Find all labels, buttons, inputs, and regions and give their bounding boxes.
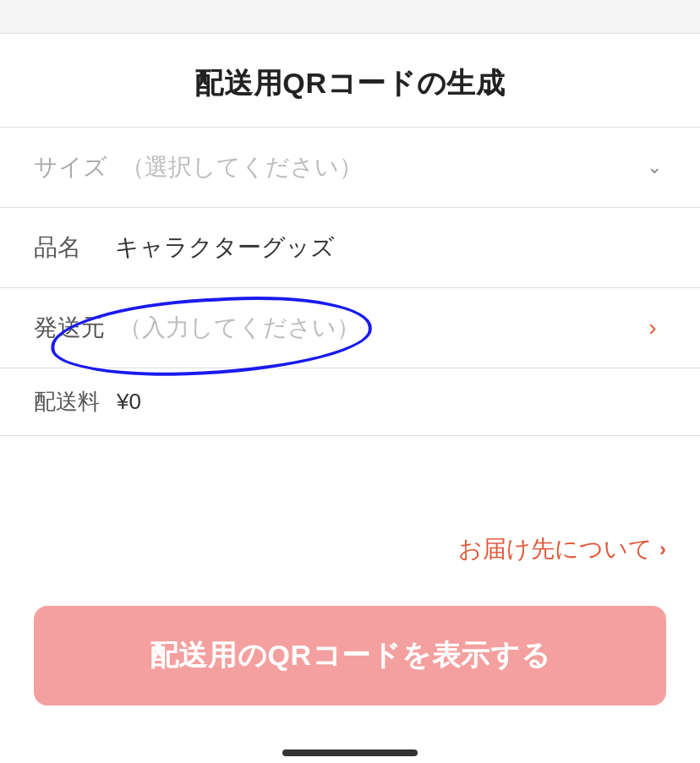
item-name-row-content: 品名 キャラクターグッズ [34, 232, 666, 264]
page-container: 配送用QRコードの生成 サイズ （選択してください） ⌄ 品名 キャラクターグッ… [0, 0, 700, 763]
source-label: 発送元 [34, 312, 105, 344]
home-indicator [0, 736, 700, 763]
item-name-row: 品名 キャラクターグッズ [0, 208, 700, 288]
delivery-info-label: お届け先について [458, 533, 653, 565]
delivery-fee-value: ¥0 [117, 389, 141, 415]
top-bar [0, 0, 700, 34]
size-label: サイズ [34, 151, 107, 183]
size-row-content: サイズ （選択してください） [34, 151, 643, 183]
page-title: 配送用QRコードの生成 [17, 64, 683, 103]
source-chevron-right-icon[interactable]: › [639, 314, 666, 341]
delivery-info-link[interactable]: お届け先について › [458, 533, 666, 565]
spacer [0, 436, 700, 510]
delivery-link-section[interactable]: お届け先について › [0, 510, 700, 589]
form-section: サイズ （選択してください） ⌄ 品名 キャラクターグッズ 発送元 （入力してく… [0, 128, 700, 436]
delivery-fee-label: 配送料 [34, 387, 100, 417]
delivery-fee-row: 配送料 ¥0 [0, 368, 700, 436]
source-row[interactable]: 発送元 （入力してください） › [0, 288, 700, 368]
chevron-down-icon[interactable]: ⌄ [643, 155, 666, 179]
source-placeholder: （入力してください） [118, 312, 360, 344]
home-bar [282, 749, 418, 756]
size-placeholder: （選択してください） [121, 151, 363, 183]
qr-button-section: 配送用のQRコードを表示する [0, 589, 700, 736]
show-qr-button[interactable]: 配送用のQRコードを表示する [34, 606, 666, 706]
item-name-value: キャラクターグッズ [115, 232, 335, 264]
delivery-info-chevron-icon: › [659, 537, 666, 561]
page-title-section: 配送用QRコードの生成 [0, 34, 700, 128]
item-name-label: 品名 [34, 232, 101, 264]
source-row-content: 発送元 （入力してください） [34, 312, 639, 344]
size-row[interactable]: サイズ （選択してください） ⌄ [0, 128, 700, 208]
